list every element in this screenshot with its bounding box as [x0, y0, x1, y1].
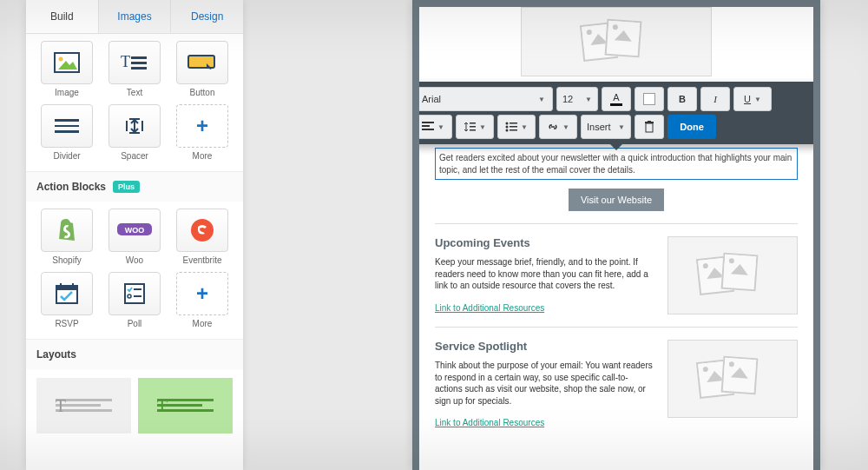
- eventbrite-icon: [190, 218, 214, 242]
- section-body[interactable]: Think about the purpose of your email: Y…: [435, 360, 654, 407]
- block-eventbrite-label: Eventbrite: [182, 255, 221, 265]
- intro-text-block[interactable]: Get readers excited about your newslette…: [435, 148, 798, 180]
- layouts-title: Layouts: [36, 348, 76, 361]
- chevron-down-icon: ▼: [754, 96, 761, 103]
- trash-icon: [644, 121, 654, 133]
- section-image-placeholder[interactable]: [667, 340, 798, 418]
- font-size-select[interactable]: 12▼: [556, 87, 598, 111]
- block-button-label: Button: [190, 88, 215, 97]
- block-eventbrite[interactable]: Eventbrite: [172, 209, 233, 265]
- block-image[interactable]: Image: [36, 41, 97, 97]
- block-woo[interactable]: WOO Woo: [104, 209, 165, 265]
- bg-color-icon: [643, 93, 655, 105]
- link-button[interactable]: ▼: [539, 115, 577, 139]
- plus-icon: +: [196, 281, 208, 306]
- svg-rect-13: [126, 121, 128, 131]
- plus-badge: Plus: [113, 181, 140, 193]
- italic-button[interactable]: I: [700, 87, 730, 111]
- svg-rect-4: [131, 56, 147, 59]
- svg-rect-25: [134, 295, 141, 297]
- block-divider[interactable]: Divider: [36, 104, 97, 161]
- section-body[interactable]: Keep your message brief, friendly, and t…: [435, 256, 654, 292]
- app-root: Build Images Design Image T Text: [0, 0, 868, 470]
- svg-rect-19: [56, 286, 77, 290]
- svg-rect-20: [60, 283, 62, 288]
- divider: [435, 327, 798, 328]
- block-poll[interactable]: Poll: [104, 272, 165, 328]
- hero-image-placeholder[interactable]: [521, 7, 712, 76]
- font-family-select[interactable]: Arial▼: [419, 87, 553, 111]
- chevron-down-icon: ▼: [585, 96, 592, 103]
- block-image-label: Image: [55, 88, 79, 97]
- action-blocks-panel: Shopify WOO Woo Eventbrite: [26, 202, 243, 339]
- tab-images[interactable]: Images: [99, 0, 172, 33]
- svg-rect-28: [422, 129, 434, 130]
- svg-rect-7: [188, 56, 214, 68]
- layout-option-2[interactable]: T: [138, 378, 233, 434]
- canvas-area: Arial▼ 12▼ A B I U▼ ▼: [252, 0, 868, 470]
- email-frame: Arial▼ 12▼ A B I U▼ ▼: [412, 0, 820, 470]
- tab-design[interactable]: Design: [171, 0, 243, 33]
- block-shopify[interactable]: Shopify: [36, 209, 97, 265]
- sidebar-tabs: Build Images Design: [26, 0, 243, 34]
- bold-icon: B: [679, 94, 686, 104]
- svg-rect-14: [141, 121, 143, 131]
- section-link[interactable]: Link to Additional Resources: [435, 418, 544, 427]
- line-spacing-button[interactable]: ▼: [456, 115, 494, 139]
- chevron-down-icon: ▼: [521, 123, 528, 131]
- list-button[interactable]: ▼: [497, 115, 536, 139]
- button-icon: [187, 53, 217, 72]
- section-title[interactable]: Upcoming Events: [435, 236, 654, 249]
- block-poll-label: Poll: [128, 319, 142, 328]
- align-button[interactable]: ▼: [419, 115, 452, 139]
- done-button[interactable]: Done: [667, 115, 716, 139]
- svg-rect-6: [131, 67, 147, 70]
- divider-icon: [53, 117, 81, 135]
- chevron-down-icon: ▼: [437, 123, 444, 131]
- block-woo-label: Woo: [126, 255, 143, 265]
- sidebar: Build Images Design Image T Text: [26, 0, 243, 470]
- layout-option-1[interactable]: T: [36, 378, 131, 434]
- svg-rect-27: [422, 125, 430, 127]
- block-shopify-label: Shopify: [52, 255, 81, 265]
- cta-button[interactable]: Visit our Website: [569, 189, 664, 211]
- svg-point-32: [506, 122, 509, 125]
- delete-button[interactable]: [635, 115, 664, 139]
- woo-icon: WOO: [117, 222, 152, 239]
- plus-icon: +: [196, 114, 208, 138]
- section-upcoming-events: Upcoming Events Keep your message brief,…: [435, 236, 798, 314]
- block-action-more[interactable]: + More: [172, 272, 233, 328]
- block-spacer-label: Spacer: [121, 151, 148, 161]
- svg-rect-9: [55, 125, 79, 127]
- underline-button[interactable]: U▼: [733, 87, 772, 111]
- layouts-header: Layouts: [26, 339, 243, 369]
- chevron-down-icon: ▼: [538, 96, 545, 103]
- section-title[interactable]: Service Spotlight: [435, 340, 654, 353]
- chevron-down-icon: ▼: [562, 123, 569, 131]
- block-button[interactable]: Button: [172, 41, 233, 97]
- text-color-button[interactable]: A: [602, 87, 631, 111]
- action-blocks-title: Action Blocks: [36, 181, 106, 193]
- section-image-placeholder[interactable]: [667, 236, 798, 314]
- email-canvas[interactable]: Arial▼ 12▼ A B I U▼ ▼: [419, 7, 813, 470]
- list-icon: [505, 122, 517, 132]
- block-rsvp[interactable]: RSVP: [36, 272, 97, 328]
- section-link[interactable]: Link to Additional Resources: [435, 303, 544, 313]
- shopify-icon: [56, 218, 78, 242]
- image-icon: [54, 52, 80, 73]
- svg-rect-29: [470, 122, 476, 124]
- tab-build[interactable]: Build: [26, 0, 99, 33]
- poll-icon: [123, 282, 146, 305]
- bg-color-button[interactable]: [635, 87, 664, 111]
- block-text[interactable]: T Text: [104, 41, 165, 97]
- chevron-down-icon: ▼: [618, 123, 625, 131]
- block-divider-label: Divider: [53, 151, 80, 161]
- block-more[interactable]: + More: [172, 104, 233, 161]
- insert-menu[interactable]: Insert▼: [581, 115, 631, 139]
- divider: [435, 223, 798, 224]
- block-spacer[interactable]: Spacer: [104, 104, 165, 161]
- line-spacing-icon: [464, 122, 476, 132]
- svg-rect-37: [510, 129, 517, 131]
- text-toolbar: Arial▼ 12▼ A B I U▼ ▼: [419, 82, 813, 144]
- bold-button[interactable]: B: [667, 87, 697, 111]
